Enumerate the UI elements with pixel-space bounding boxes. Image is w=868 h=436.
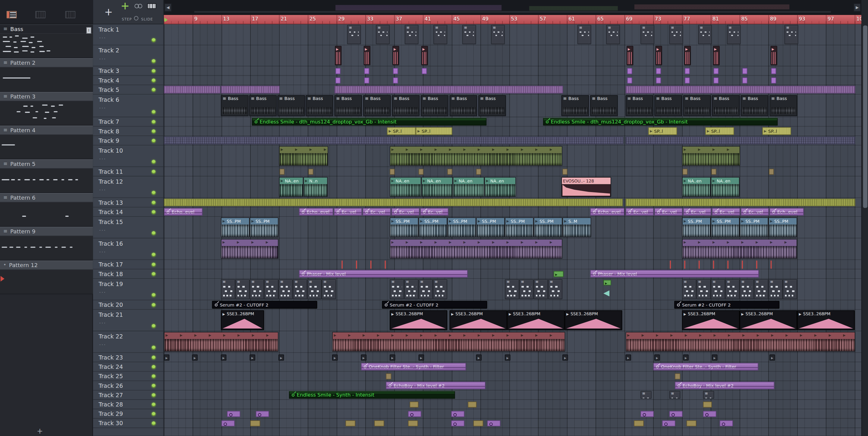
pattern-clip[interactable]: ≡: [264, 279, 278, 299]
track-mute-led[interactable]: [152, 384, 156, 388]
pattern-header[interactable]: ≡Bass: [0, 24, 93, 34]
clip[interactable]: [364, 77, 370, 83]
pattern-item[interactable]: ≡Pattern 9: [0, 227, 93, 261]
track-row[interactable]: Track 20: [93, 300, 163, 309]
track-row[interactable]: Track 23: [93, 353, 163, 362]
track-mute-led[interactable]: [152, 374, 156, 378]
pattern-clip[interactable]: ≡: [433, 25, 447, 44]
clip[interactable]: [336, 77, 341, 83]
track-row[interactable]: Track 2...: [93, 45, 163, 67]
clip[interactable]: [670, 411, 683, 417]
track-row[interactable]: Track 22...: [93, 331, 163, 353]
track-row[interactable]: Track 28: [93, 400, 163, 409]
track-row[interactable]: Track 24: [93, 362, 163, 372]
pattern-strip-clip[interactable]: [164, 198, 623, 206]
clip[interactable]: [654, 355, 660, 361]
clip[interactable]: [280, 169, 285, 175]
automation-clip[interactable]: Ec..vel: [363, 208, 391, 216]
pattern-header[interactable]: ≡Pattern 3: [0, 92, 93, 101]
pattern-clip[interactable]: ≡: [783, 279, 797, 299]
automation-clip[interactable]: Ec..vel: [712, 208, 740, 216]
track-row[interactable]: Track 4: [93, 76, 163, 85]
clip[interactable]: [341, 261, 343, 269]
audio-clip[interactable]: ▶▶▶▶▶▶▶▶: [682, 239, 797, 259]
playlist-overview-scrollbar[interactable]: ◀ ▶: [164, 0, 861, 15]
track-mute-led[interactable]: [152, 210, 156, 214]
track-mute-led[interactable]: [152, 356, 156, 360]
clip[interactable]: [221, 420, 235, 426]
audio-clip[interactable]: ▶SS..PM: [534, 217, 563, 237]
audio-clip[interactable]: [684, 46, 691, 65]
track-mute-led[interactable]: [152, 272, 156, 276]
clip[interactable]: [685, 77, 690, 83]
audio-clip[interactable]: ▶▶▶▶▶▶▶▶: [164, 332, 278, 352]
automation-clip[interactable]: Ec..vel: [626, 208, 654, 216]
track-row[interactable]: Track 11: [93, 167, 163, 176]
track-lane[interactable]: [164, 45, 861, 67]
clip[interactable]: [473, 420, 483, 426]
pattern-clip[interactable]: ≡Bass: [590, 95, 618, 116]
audio-clip[interactable]: EVOSOU..- 128: [561, 177, 611, 197]
audio-clip[interactable]: ▶SSE3..26BPM: [450, 310, 507, 330]
clip[interactable]: [714, 77, 719, 83]
clip[interactable]: [408, 420, 418, 426]
automation-clip[interactable]: Ech..evel: [770, 208, 804, 216]
audio-clip[interactable]: [627, 46, 633, 65]
audio-clip[interactable]: ▶SS..PM: [418, 217, 447, 237]
pattern-header[interactable]: ≡Pattern 4: [0, 126, 93, 135]
automation-clip[interactable]: OneKnob Filter Ste..- Synth - Filter: [361, 363, 466, 371]
track-row[interactable]: Track 19...: [93, 279, 163, 301]
pattern-item[interactable]: ≡Pattern 2: [0, 58, 93, 92]
clip[interactable]: [699, 261, 700, 269]
audio-clip[interactable]: ▶▶▶▶▶▶▶▶▶▶▶▶: [390, 239, 562, 259]
track-row[interactable]: Track 30: [93, 418, 163, 428]
track-mute-led[interactable]: [152, 59, 156, 63]
clip[interactable]: [410, 401, 418, 407]
pattern-picker-icon[interactable]: [7, 11, 17, 19]
clip[interactable]: [562, 169, 567, 175]
pattern-clip[interactable]: ≡: [703, 391, 714, 399]
scroll-left-arrow-icon[interactable]: ◀: [164, 3, 172, 12]
clip[interactable]: [278, 355, 284, 361]
pattern-clip[interactable]: ≡: [321, 279, 336, 299]
clip[interactable]: [703, 411, 716, 417]
clip[interactable]: [683, 169, 688, 175]
clip[interactable]: [713, 261, 714, 269]
audio-clip[interactable]: ▶NA..en: [279, 177, 304, 197]
track-row[interactable]: Track 12...: [93, 176, 163, 198]
pattern-clip[interactable]: ≡Bass: [363, 95, 391, 116]
audio-clip[interactable]: ▶S..M: [562, 217, 591, 237]
pattern-header[interactable]: ≡Pattern 2: [0, 58, 93, 67]
pattern-clip[interactable]: ≡Bass: [712, 95, 740, 116]
clip[interactable]: [769, 169, 774, 175]
clip[interactable]: [192, 355, 197, 361]
track-mute-led[interactable]: [152, 191, 156, 195]
pattern-clip[interactable]: ≡Bass: [561, 95, 589, 116]
pattern-clip[interactable]: ≡Bass: [741, 95, 769, 116]
track-row[interactable]: Track 7: [93, 117, 163, 127]
clip[interactable]: [670, 261, 671, 269]
clip[interactable]: [256, 411, 269, 417]
automation-clip[interactable]: Phaser - Mix level: [590, 270, 759, 278]
pattern-clip[interactable]: ≡: [278, 279, 293, 299]
clip[interactable]: [712, 355, 717, 361]
pattern-clip[interactable]: ≡Bass: [478, 95, 506, 116]
piano-icon[interactable]: [147, 3, 156, 9]
track-mute-led[interactable]: [152, 78, 156, 82]
audio-clip[interactable]: [713, 46, 720, 65]
clip[interactable]: [422, 68, 427, 74]
clip[interactable]: [675, 373, 680, 379]
track-row[interactable]: Track 21...: [93, 310, 163, 332]
track-mute-led[interactable]: [152, 88, 156, 92]
clip[interactable]: [451, 420, 464, 426]
audio-clip[interactable]: ▶SS..PM: [221, 217, 250, 237]
clip[interactable]: [487, 420, 500, 426]
clip[interactable]: [451, 411, 464, 417]
sidebar-tool-icon[interactable]: [36, 11, 45, 19]
clip[interactable]: [656, 68, 661, 74]
audio-clip[interactable]: ▶NA..en: [390, 177, 421, 197]
clip[interactable]: [336, 68, 341, 74]
pattern-clip[interactable]: ≡: [754, 279, 769, 299]
clip[interactable]: [364, 68, 370, 74]
automation-clip[interactable]: Endless Smile - dth_mus124_droptop_vox_G…: [543, 118, 778, 126]
